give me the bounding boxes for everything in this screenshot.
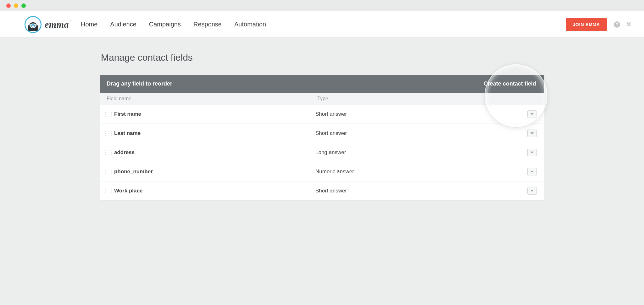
drag-handle-icon[interactable]	[105, 112, 112, 117]
page-title: Manage contact fields	[101, 52, 544, 63]
drag-handle-icon[interactable]	[105, 169, 112, 174]
create-contact-field-button[interactable]: Create contact field	[484, 80, 536, 87]
table-row[interactable]: Work place Short answer	[100, 181, 544, 201]
page-content: Manage contact fields Drag any field to …	[100, 38, 544, 219]
svg-point-4	[31, 25, 32, 25]
field-type: Short answer	[315, 130, 527, 136]
col-header-type: Type	[317, 96, 537, 102]
drag-handle-icon[interactable]	[105, 131, 112, 136]
field-name: address	[114, 149, 315, 156]
help-icon[interactable]: ?	[614, 21, 620, 28]
field-type: Short answer	[315, 111, 527, 117]
brand-logo[interactable]: emma	[25, 16, 69, 33]
nav-audience[interactable]: Audience	[110, 21, 136, 28]
reorder-hint: Drag any field to reorder	[107, 80, 172, 87]
row-actions-menu[interactable]	[527, 110, 537, 118]
row-actions-menu[interactable]	[527, 168, 537, 175]
field-name: Work place	[114, 188, 315, 194]
field-name: First name	[114, 111, 315, 117]
field-type: Numeric answer	[315, 169, 527, 175]
svg-point-5	[34, 25, 35, 25]
nav-response[interactable]: Response	[193, 21, 222, 28]
col-header-name: Field name	[107, 96, 317, 102]
drag-handle-icon[interactable]	[105, 150, 112, 155]
close-icon[interactable]: ✕	[626, 20, 631, 29]
brand-wordmark: emma	[45, 19, 69, 30]
column-headers: Field name Type	[100, 93, 544, 105]
table-row[interactable]: address Long answer	[100, 143, 544, 162]
window-minimize-dot[interactable]	[14, 3, 18, 8]
row-actions-menu[interactable]	[527, 149, 537, 156]
row-actions-menu[interactable]	[527, 187, 537, 195]
nav-home[interactable]: Home	[81, 21, 97, 28]
join-button[interactable]: JOIN EMMA	[566, 18, 607, 31]
field-type: Short answer	[315, 188, 527, 194]
table-row[interactable]: First name Short answer	[100, 105, 544, 124]
table-row[interactable]: phone_number Numeric answer	[100, 162, 544, 181]
nav-campaigns[interactable]: Campaigns	[149, 21, 181, 28]
field-name: phone_number	[114, 169, 315, 175]
primary-nav: Home Audience Campaigns Response Automat…	[81, 21, 266, 28]
window-close-dot[interactable]	[6, 3, 11, 8]
table-row[interactable]: Last name Short answer	[100, 124, 544, 143]
nav-automation[interactable]: Automation	[234, 21, 266, 28]
window-zoom-dot[interactable]	[21, 3, 26, 8]
brand-mark-icon	[25, 16, 42, 33]
drag-handle-icon[interactable]	[105, 189, 112, 193]
field-name: Last name	[114, 130, 315, 136]
top-nav: emma Home Audience Campaigns Response Au…	[0, 11, 644, 38]
field-type: Long answer	[315, 149, 527, 156]
row-actions-menu[interactable]	[527, 130, 537, 137]
window-chrome	[0, 0, 644, 11]
table-toolbar: Drag any field to reorder Create contact…	[100, 75, 544, 93]
